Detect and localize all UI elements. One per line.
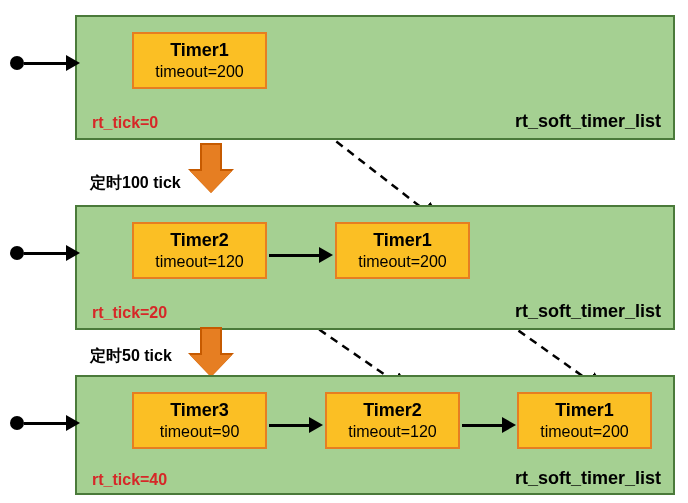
- entry-arrow-2: [10, 245, 80, 261]
- timer-name-label: Timer3: [138, 400, 261, 421]
- timer-list-panel-1: Timer1 timeout=200 rt_tick=0 rt_soft_tim…: [75, 15, 675, 140]
- arrowhead-icon: [66, 245, 80, 261]
- entry-dot-icon: [10, 246, 24, 260]
- timer-node-timer1: Timer1 timeout=200: [335, 222, 470, 279]
- arrowhead-icon: [502, 417, 516, 433]
- timer-node-timer1: Timer1 timeout=200: [517, 392, 652, 449]
- timer-timeout-label: timeout=90: [138, 423, 261, 441]
- rt-tick-label: rt_tick=0: [92, 114, 158, 132]
- entry-arrow-1: [10, 55, 80, 71]
- timer-name-label: Timer1: [138, 40, 261, 61]
- link-arrow: [269, 417, 323, 433]
- arrowhead-icon: [66, 55, 80, 71]
- timer-name-label: Timer2: [138, 230, 261, 251]
- arrowhead-icon: [309, 417, 323, 433]
- timer-node-timer2: Timer2 timeout=120: [325, 392, 460, 449]
- link-arrow: [269, 247, 333, 263]
- step-label-1: 定时100 tick: [90, 173, 181, 194]
- rt-tick-label: rt_tick=40: [92, 471, 167, 489]
- arrowhead-icon: [319, 247, 333, 263]
- timer-name-label: Timer1: [523, 400, 646, 421]
- rt-tick-label: rt_tick=20: [92, 304, 167, 322]
- link-arrow: [462, 417, 516, 433]
- timer-timeout-label: timeout=200: [523, 423, 646, 441]
- step-label-2: 定时50 tick: [90, 346, 172, 367]
- transition-arrow-2: [190, 327, 232, 377]
- entry-dot-icon: [10, 416, 24, 430]
- entry-arrow-3: [10, 415, 80, 431]
- timer-name-label: Timer1: [341, 230, 464, 251]
- timer-node-timer2: Timer2 timeout=120: [132, 222, 267, 279]
- timer-list-panel-2: Timer2 timeout=120 Timer1 timeout=200 rt…: [75, 205, 675, 330]
- timer-timeout-label: timeout=200: [341, 253, 464, 271]
- transition-arrow-1: [190, 143, 232, 193]
- list-name-label: rt_soft_timer_list: [515, 468, 661, 489]
- list-name-label: rt_soft_timer_list: [515, 301, 661, 322]
- arrowhead-icon: [66, 415, 80, 431]
- timer-timeout-label: timeout=120: [138, 253, 261, 271]
- timer-list-panel-3: Timer3 timeout=90 Timer2 timeout=120 Tim…: [75, 375, 675, 495]
- list-name-label: rt_soft_timer_list: [515, 111, 661, 132]
- timer-timeout-label: timeout=120: [331, 423, 454, 441]
- timer-timeout-label: timeout=200: [138, 63, 261, 81]
- timer-node-timer3: Timer3 timeout=90: [132, 392, 267, 449]
- timer-node-timer1: Timer1 timeout=200: [132, 32, 267, 89]
- timer-name-label: Timer2: [331, 400, 454, 421]
- entry-dot-icon: [10, 56, 24, 70]
